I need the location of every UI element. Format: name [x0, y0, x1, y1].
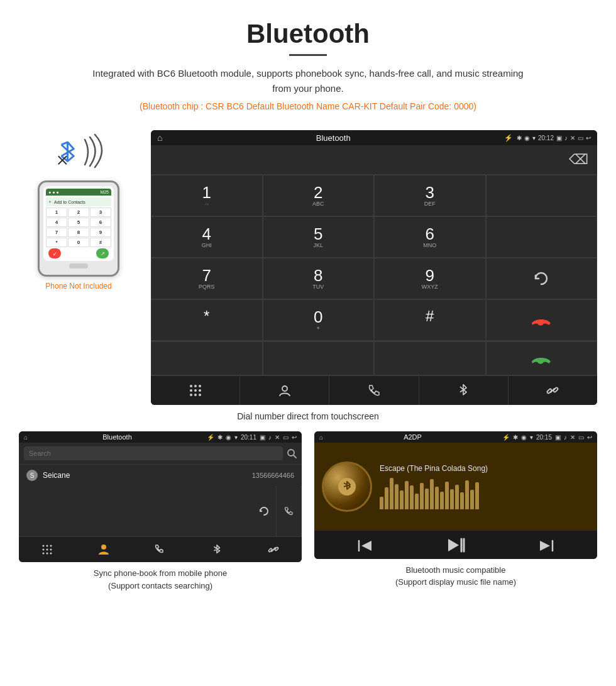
dial-key-empty-1: [486, 175, 598, 216]
empty-call-2: [263, 341, 375, 375]
svg-point-24: [43, 553, 45, 555]
pb-nav-dialpad[interactable]: [19, 537, 75, 562]
svg-rect-15: [553, 387, 558, 392]
music-app-title: A2DP: [326, 433, 499, 441]
mini-key-0: 0: [68, 238, 89, 247]
mini-key-5: 5: [68, 218, 89, 227]
signal-icon: ▾: [532, 135, 536, 141]
pb-cam-icon: ▣: [260, 434, 265, 441]
prev-track-button[interactable]: [358, 538, 373, 552]
pb-bt-icon: ✱: [217, 434, 223, 441]
bottom-nav-bar: [151, 375, 597, 405]
music-status-bar: ⌂ A2DP ⚡ ✱ ◉ ▾ 20:15 ▣ ♪ ✕ ▭ ↩: [314, 431, 597, 443]
dial-key-2[interactable]: 2ABC: [263, 175, 375, 216]
dialpad-call-row: [151, 341, 597, 375]
music-bt-icon: ✱: [513, 434, 518, 441]
pb-loc-icon: ◉: [226, 434, 231, 441]
dial-key-0[interactable]: 0+: [263, 299, 375, 341]
dial-key-3[interactable]: 3DEF: [374, 175, 486, 216]
specs-line: (Bluetooth chip : CSR BC6 Default Blueto…: [13, 101, 603, 111]
main-section: ● ● ● M25 ＋Add to Contacts 1 2 3 4 5 6 7…: [0, 130, 616, 405]
music-caption: Bluetooth music compatible(Support displ…: [395, 564, 516, 589]
pb-search-input[interactable]: [24, 446, 283, 460]
music-bt-symbol: [342, 480, 352, 493]
music-main-area: Escape (The Pina Colada Song): [314, 443, 597, 531]
dial-key-6[interactable]: 6MNO: [374, 216, 486, 258]
svg-point-26: [50, 553, 52, 555]
pb-nav-person[interactable]: [75, 537, 132, 562]
svg-point-25: [47, 553, 48, 555]
eq-bar: [455, 485, 459, 509]
music-time: 20:15: [536, 434, 552, 441]
pb-nav-bluetooth[interactable]: [189, 537, 245, 562]
next-track-button[interactable]: [539, 538, 554, 552]
dial-key-7[interactable]: 7PQRS: [151, 258, 263, 299]
svg-point-4: [190, 385, 192, 387]
dial-key-5[interactable]: 5JKL: [263, 216, 375, 258]
home-icon: ⌂: [157, 133, 162, 143]
music-info: Escape (The Pina Colada Song): [380, 464, 590, 509]
eq-bar: [410, 485, 414, 509]
search-icon: [287, 448, 297, 458]
dialpad-display-row: ⌫: [151, 145, 597, 174]
svg-point-7: [190, 389, 192, 392]
car-status-bar: ⌂ Bluetooth ⚡ ✱ ◉ ▾ 20:12 ▣ ♪ ✕ ▭ ↩: [151, 130, 597, 145]
pb-title: Bluetooth: [31, 433, 204, 441]
svg-point-12: [199, 394, 201, 396]
phone-contact-row: ＋Add to Contacts: [46, 197, 111, 206]
mini-key-4: 4: [46, 218, 67, 227]
refresh-button[interactable]: [486, 258, 598, 299]
pb-charge-icon: ⚡: [207, 434, 214, 441]
pb-time: 20:11: [241, 434, 256, 441]
dial-key-hash[interactable]: #: [374, 299, 486, 341]
music-win-icon: ▭: [578, 434, 584, 441]
eq-bar: [445, 482, 449, 509]
close-icon: ✕: [570, 135, 575, 141]
eq-bar: [465, 480, 469, 509]
dial-key-empty-2: [486, 216, 598, 258]
album-art: [322, 462, 372, 512]
music-vol-icon: ♪: [564, 434, 567, 441]
svg-line-17: [294, 455, 296, 458]
svg-point-11: [194, 394, 197, 396]
pb-vol-icon: ♪: [268, 434, 272, 441]
eq-bar: [390, 478, 393, 509]
nav-bluetooth[interactable]: [419, 376, 509, 405]
eq-bar: [415, 494, 419, 509]
empty-call-1: [151, 341, 263, 375]
svg-point-23: [50, 549, 52, 551]
phone-home-button: [69, 263, 88, 268]
pb-contact-row[interactable]: S Seicane 13566664466: [19, 464, 302, 486]
main-caption: Dial number direct from touchscreen: [0, 411, 616, 421]
dial-key-star[interactable]: *: [151, 299, 263, 341]
svg-point-6: [199, 385, 201, 387]
end-call-button[interactable]: [486, 299, 598, 341]
svg-point-19: [47, 545, 48, 547]
dial-key-1[interactable]: 1⌓: [151, 175, 263, 216]
eq-bar: [385, 487, 388, 509]
music-x-icon: ✕: [570, 434, 575, 441]
nav-phone[interactable]: [329, 376, 419, 405]
pb-nav-phone[interactable]: [132, 537, 189, 562]
dial-key-9[interactable]: 9WXYZ: [374, 258, 486, 299]
eq-bar: [405, 481, 409, 509]
nav-link[interactable]: [509, 376, 597, 405]
dial-key-8[interactable]: 8TUV: [263, 258, 375, 299]
nav-contacts[interactable]: [240, 376, 329, 405]
play-pause-button[interactable]: [446, 537, 465, 553]
phonebook-caption: Sync phone-book from mobile phone(Suppor…: [94, 567, 227, 592]
nav-dialpad[interactable]: [151, 376, 240, 405]
backspace-button[interactable]: ⌫: [560, 148, 597, 172]
contact-name: Seicane: [43, 471, 247, 480]
bottom-screens: ⌂ Bluetooth ⚡ ✱ ◉ ▾ 20:11 ▣ ♪ ✕ ▭ ↩: [0, 431, 616, 604]
pb-nav-link[interactable]: [245, 537, 302, 562]
svg-point-13: [282, 386, 287, 391]
svg-line-0: [62, 142, 68, 145]
phonebook-screen: ⌂ Bluetooth ⚡ ✱ ◉ ▾ 20:11 ▣ ♪ ✕ ▭ ↩: [19, 431, 302, 562]
dial-key-4[interactable]: 4GHI: [151, 216, 263, 258]
accept-call-button[interactable]: [486, 341, 598, 375]
page-title: Bluetooth: [13, 19, 603, 49]
album-art-inner: [338, 478, 356, 495]
pb-back-icon: ↩: [292, 434, 297, 441]
music-screen-wrap: ⌂ A2DP ⚡ ✱ ◉ ▾ 20:15 ▣ ♪ ✕ ▭ ↩: [314, 431, 597, 592]
